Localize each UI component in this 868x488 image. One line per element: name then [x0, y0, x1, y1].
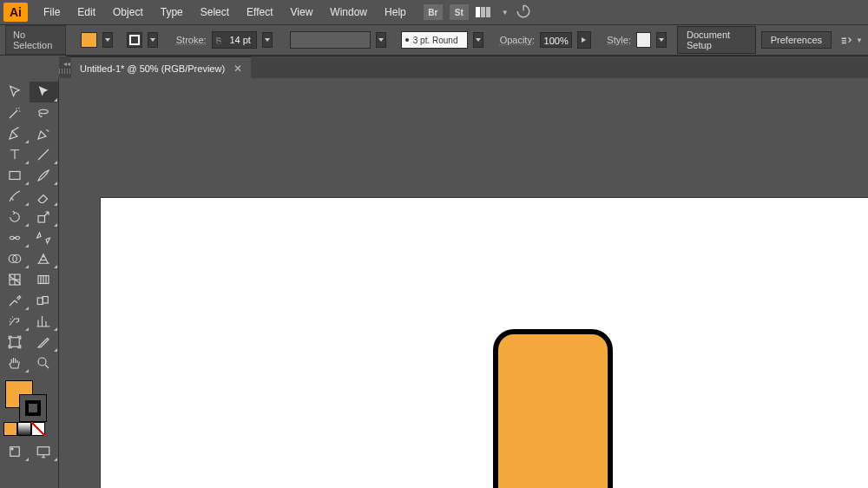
link-icon: ⎘	[213, 32, 225, 48]
menu-view[interactable]: View	[282, 3, 322, 22]
selection-indicator: No Selection	[5, 25, 66, 55]
menu-file[interactable]: File	[35, 3, 69, 22]
brush-dropdown[interactable]	[473, 32, 483, 48]
fill-stroke-indicator[interactable]	[0, 379, 58, 419]
stock-button[interactable]: St	[450, 4, 469, 20]
document-setup-button[interactable]: Document Setup	[677, 26, 756, 54]
lasso-tool[interactable]	[30, 102, 59, 123]
svg-point-9	[38, 358, 46, 366]
artboard-tool[interactable]	[0, 332, 30, 353]
menu-object[interactable]: Object	[104, 3, 152, 22]
line-segment-tool[interactable]	[30, 144, 59, 165]
direct-selection-tool[interactable]	[30, 82, 59, 102]
perspective-grid-tool[interactable]	[30, 248, 59, 269]
draw-mode-button[interactable]	[0, 441, 30, 462]
stroke-width-value[interactable]: 14 pt	[225, 32, 256, 48]
width-tool[interactable]	[0, 228, 30, 248]
svg-rect-0	[10, 172, 20, 180]
menu-effect[interactable]: Effect	[238, 3, 281, 22]
stroke-width-stepper[interactable]: ⎘ 14 pt	[212, 31, 257, 49]
svg-point-11	[10, 448, 13, 451]
profile-dropdown[interactable]	[376, 32, 386, 48]
menu-type[interactable]: Type	[152, 3, 192, 22]
graphic-style-swatch[interactable]	[636, 32, 651, 48]
symbol-sprayer-tool[interactable]	[0, 311, 30, 332]
stroke-label[interactable]: Stroke:	[176, 35, 207, 45]
control-bar: No Selection Stroke: ⎘ 14 pt 3 pt. Round…	[0, 24, 868, 56]
free-transform-tool[interactable]	[30, 228, 59, 248]
tab-title: Untitled-1* @ 50% (RGB/Preview)	[80, 63, 225, 74]
menu-edit[interactable]: Edit	[69, 3, 104, 22]
opacity-label[interactable]: Opacity:	[500, 35, 535, 45]
menu-select[interactable]: Select	[192, 3, 238, 22]
canvas-area[interactable]	[59, 78, 868, 488]
style-label[interactable]: Style:	[607, 35, 631, 45]
slice-tool[interactable]	[30, 332, 59, 353]
gradient-tool[interactable]	[30, 269, 59, 290]
scale-tool[interactable]	[30, 207, 59, 228]
svg-rect-8	[10, 338, 20, 347]
eyedropper-tool[interactable]	[0, 290, 30, 311]
stroke-color-box[interactable]	[19, 394, 47, 422]
brush-definition[interactable]: 3 pt. Round	[401, 31, 468, 49]
column-graph-tool[interactable]	[30, 311, 59, 332]
document-tab[interactable]: Untitled-1* @ 50% (RGB/Preview) ✕	[71, 56, 251, 79]
brush-label: 3 pt. Round	[413, 36, 458, 45]
svg-rect-1	[38, 216, 45, 223]
color-mode-row	[0, 422, 58, 438]
shape-builder-tool[interactable]	[0, 248, 30, 269]
fill-swatch[interactable]	[81, 32, 97, 48]
svg-rect-12	[38, 447, 50, 455]
close-icon[interactable]: ✕	[233, 63, 242, 75]
preferences-button[interactable]: Preferences	[761, 31, 832, 49]
mesh-tool[interactable]	[0, 269, 30, 290]
opacity-flyout[interactable]	[577, 31, 590, 49]
svg-rect-6	[38, 298, 43, 305]
bridge-button[interactable]: Br	[424, 4, 443, 20]
color-mode-none[interactable]	[31, 422, 45, 436]
zoom-tool[interactable]	[30, 353, 59, 373]
color-mode-gradient[interactable]	[17, 422, 31, 436]
control-flyout-button[interactable]: ▼	[840, 34, 863, 46]
screen-mode-button[interactable]	[30, 441, 59, 462]
eraser-tool[interactable]	[30, 186, 59, 207]
type-tool[interactable]	[0, 144, 30, 165]
blend-tool[interactable]	[30, 290, 59, 311]
magic-wand-tool[interactable]	[0, 102, 30, 123]
document-tabs: ◂◂ Untitled-1* @ 50% (RGB/Preview) ✕	[66, 56, 868, 78]
color-mode-solid[interactable]	[3, 422, 17, 436]
rotate-tool[interactable]	[0, 207, 30, 228]
stroke-width-dropdown[interactable]	[262, 32, 273, 48]
hand-tool[interactable]	[0, 353, 30, 373]
pen-tool[interactable]	[0, 123, 30, 144]
artboard[interactable]	[101, 198, 868, 488]
rectangle-tool[interactable]	[0, 165, 30, 186]
chevron-down-icon: ▼	[502, 9, 509, 16]
menu-bar: Ai File Edit Object Type Select Effect V…	[0, 0, 868, 24]
fill-dropdown[interactable]	[102, 32, 113, 48]
menu-help[interactable]: Help	[376, 3, 415, 22]
curvature-tool[interactable]	[30, 123, 59, 144]
stroke-dropdown[interactable]	[148, 32, 158, 48]
gpu-preview-icon[interactable]	[516, 3, 531, 22]
paintbrush-tool[interactable]	[30, 165, 59, 186]
arrange-documents-button[interactable]	[476, 4, 495, 20]
style-dropdown[interactable]	[656, 32, 667, 48]
menu-window[interactable]: Window	[321, 3, 376, 22]
variable-width-profile[interactable]	[290, 31, 371, 49]
svg-rect-7	[43, 297, 49, 304]
rounded-rectangle-shape[interactable]	[493, 329, 613, 488]
opacity-value[interactable]: 100%	[540, 32, 572, 48]
app-logo-icon: Ai	[3, 3, 28, 22]
selection-tool[interactable]	[0, 82, 30, 102]
stroke-swatch[interactable]	[127, 32, 143, 48]
tools-panel	[0, 78, 59, 488]
shaper-tool[interactable]	[0, 186, 30, 207]
